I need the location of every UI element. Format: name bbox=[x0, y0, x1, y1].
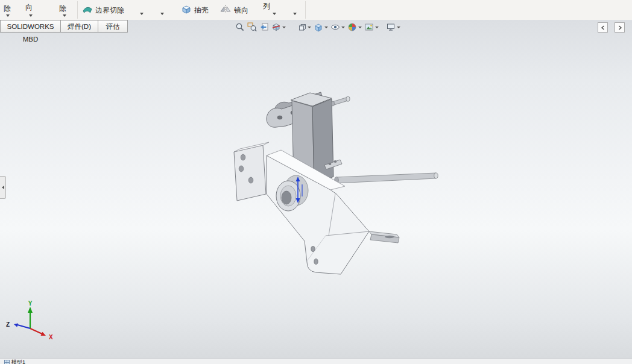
chevron-down-icon[interactable] bbox=[29, 14, 33, 17]
chevron-left-icon bbox=[600, 25, 606, 31]
ribbon-cut-extrude-button[interactable]: 除 bbox=[4, 4, 11, 14]
display-style-icon bbox=[314, 22, 323, 32]
apply-scene-icon bbox=[364, 22, 374, 32]
expand-right-pane-button[interactable] bbox=[615, 22, 625, 33]
chevron-right-icon bbox=[617, 25, 623, 31]
model-tab-label: 模型1 bbox=[11, 359, 25, 364]
chevron-down-icon[interactable] bbox=[358, 27, 362, 28]
section-view-icon bbox=[271, 22, 281, 32]
model-tab[interactable]: 模型1 bbox=[0, 359, 25, 364]
tab-evaluate[interactable]: 评估 bbox=[98, 20, 128, 33]
zoom-to-area-button[interactable] bbox=[246, 21, 258, 33]
zoom-fit-icon bbox=[235, 22, 245, 32]
model-top-pin[interactable] bbox=[331, 96, 350, 106]
model-canvas[interactable] bbox=[0, 20, 632, 358]
status-bar: 模型1 bbox=[0, 358, 632, 364]
ribbon-mirror-button[interactable]: 镜向 bbox=[234, 5, 248, 16]
chevron-down-icon[interactable] bbox=[6, 14, 10, 17]
chevron-down-icon[interactable] bbox=[140, 13, 144, 15]
apply-scene-button[interactable] bbox=[363, 21, 380, 33]
triad-z-axis: Z bbox=[6, 321, 30, 328]
previous-view-icon bbox=[259, 22, 269, 32]
edit-appearance-icon bbox=[347, 22, 357, 32]
chevron-down-icon[interactable] bbox=[341, 27, 345, 28]
mirror-icon bbox=[220, 4, 232, 14]
heads-up-view-toolbar bbox=[234, 21, 402, 33]
chevron-down-icon[interactable] bbox=[308, 27, 311, 28]
orientation-triad: Y X Z bbox=[1, 301, 58, 344]
model-tab-icon bbox=[4, 360, 10, 364]
hide-show-items-icon bbox=[330, 22, 340, 32]
collapse-left-pane-button[interactable] bbox=[598, 22, 608, 33]
view-orientation-button[interactable] bbox=[295, 21, 312, 33]
previous-view-button[interactable] bbox=[258, 21, 270, 33]
triad-x-axis: X bbox=[30, 328, 53, 340]
shell-icon bbox=[181, 4, 192, 14]
boundary-cut-icon bbox=[82, 5, 93, 14]
hide-show-items-button[interactable] bbox=[329, 21, 346, 33]
model-left-plate[interactable] bbox=[234, 142, 269, 201]
chevron-down-icon[interactable] bbox=[63, 14, 66, 17]
display-style-button[interactable] bbox=[312, 21, 329, 33]
view-orientation-icon bbox=[297, 22, 306, 32]
chevron-down-icon[interactable] bbox=[282, 27, 286, 28]
ribbon-shell-button[interactable]: 抽壳 bbox=[194, 5, 209, 16]
chevron-down-icon[interactable] bbox=[375, 27, 379, 28]
triad-y-axis: Y bbox=[28, 301, 33, 328]
command-ribbon: 除 向 除 边界切除 抽壳 镜向 列 bbox=[0, 0, 632, 20]
section-view-button[interactable] bbox=[270, 21, 287, 33]
chevron-down-icon[interactable] bbox=[273, 13, 276, 15]
chevron-down-icon[interactable] bbox=[293, 13, 297, 15]
tab-weldments[interactable]: 焊件(D) bbox=[60, 20, 98, 33]
pane-toggle-group bbox=[598, 22, 625, 33]
view-settings-button[interactable] bbox=[385, 21, 402, 33]
ribbon-revolve-cut-button[interactable]: 向 bbox=[25, 2, 33, 13]
zoom-to-area-icon bbox=[247, 22, 257, 32]
triad-z-label: Z bbox=[6, 321, 10, 328]
graphics-area[interactable]: Y X Z bbox=[0, 20, 632, 358]
model-rod[interactable] bbox=[335, 173, 438, 184]
view-settings-icon bbox=[386, 22, 396, 32]
solidworks-window: 除 向 除 边界切除 抽壳 镜向 列 bbox=[0, 0, 632, 364]
ribbon-separator bbox=[77, 1, 78, 19]
commandmanager-tabrow: SOLIDWORKS MBD 焊件(D) 评估 bbox=[0, 20, 632, 34]
chevron-down-icon[interactable] bbox=[160, 13, 164, 15]
ribbon-boundary-cut-button[interactable]: 边界切除 bbox=[95, 5, 124, 16]
zoom-fit-button[interactable] bbox=[234, 21, 246, 33]
triad-x-label: X bbox=[49, 334, 53, 340]
tab-solidworks-mbd[interactable]: SOLIDWORKS MBD bbox=[0, 20, 61, 33]
chevron-down-icon[interactable] bbox=[324, 27, 328, 28]
triad-y-label: Y bbox=[28, 301, 33, 307]
ribbon-cut-button[interactable]: 除 bbox=[59, 4, 66, 14]
ribbon-pattern-button[interactable]: 列 bbox=[263, 1, 270, 11]
panel-expand-icon bbox=[2, 186, 4, 189]
featuremanager-collapsed-tab[interactable] bbox=[0, 176, 6, 199]
edit-appearance-button[interactable] bbox=[346, 21, 363, 33]
model-lower-bar[interactable] bbox=[369, 231, 399, 243]
ribbon-separator bbox=[305, 1, 306, 19]
chevron-down-icon[interactable] bbox=[397, 27, 400, 28]
